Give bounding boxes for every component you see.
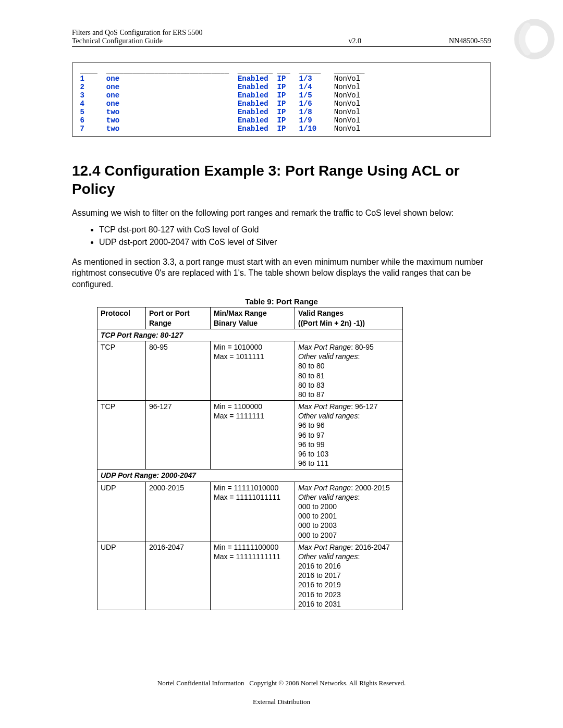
content-region: ____ ____________________________ ______… xyxy=(72,63,491,610)
cell-valid-ranges: Max Port Range: 80-95Other valid ranges:… xyxy=(295,341,403,400)
table-caption: Table 9: Port Range xyxy=(72,297,491,306)
cell-binary: Min = 11111100000Max = 11111111111 xyxy=(211,541,295,610)
header-title-2: Technical Configuration Guide xyxy=(72,37,302,45)
intro-paragraph: Assuming we wish to filter on the follow… xyxy=(72,207,491,219)
th-binary-2: Binary Value xyxy=(214,319,258,327)
cell-protocol: TCP xyxy=(97,341,146,400)
port-range-table: Protocol Port or Port Range Min/Max Rang… xyxy=(97,307,403,610)
th-valid: Valid Ranges ((Port Min + 2n) -1)) xyxy=(295,307,403,329)
cell-port-range: 2016-2047 xyxy=(146,541,211,610)
cell-valid-ranges: Max Port Range: 2000-2015Other valid ran… xyxy=(295,482,403,541)
header-line-2: Technical Configuration Guide v2.0 NN485… xyxy=(72,37,491,45)
table-wrap: Protocol Port or Port Range Min/Max Rang… xyxy=(72,307,491,610)
th-binary-1: Min/Max Range xyxy=(214,309,267,317)
cell-binary: Min = 1100000Max = 1111111 xyxy=(211,401,295,470)
cell-port-range: 80-95 xyxy=(146,341,211,400)
th-port-range: Port or Port Range xyxy=(146,307,211,329)
cell-protocol: UDP xyxy=(97,541,146,610)
table-row: TCP80-95Min = 1010000Max = 1011111Max Po… xyxy=(97,341,403,400)
nortel-logo-icon xyxy=(511,16,558,63)
cell-valid-ranges: Max Port Range: 96-127Other valid ranges… xyxy=(295,401,403,470)
page-header: Filters and QoS Configuration for ERS 55… xyxy=(72,29,491,47)
th-valid-1: Valid Ranges xyxy=(298,309,344,317)
page-footer: Nortel Confidential Information Copyrigh… xyxy=(72,679,491,706)
cell-binary: Min = 11111010000Max = 11111011111 xyxy=(211,482,295,541)
cell-protocol: TCP xyxy=(97,401,146,470)
th-binary: Min/Max Range Binary Value xyxy=(211,307,295,329)
footer-copyright: Nortel Confidential Information Copyrigh… xyxy=(72,679,491,687)
th-valid-2: ((Port Min + 2n) -1)) xyxy=(298,319,365,327)
table-section-header: UDP Port Range: 2000-2047 xyxy=(97,470,403,482)
table-row: UDP2000-2015Min = 11111010000Max = 11111… xyxy=(97,482,403,541)
cell-port-range: 96-127 xyxy=(146,401,211,470)
table-row: TCP96-127Min = 1100000Max = 1111111Max P… xyxy=(97,401,403,470)
page: Filters and QoS Configuration for ERS 55… xyxy=(0,0,563,728)
table-section-header-cell: TCP Port Range: 80-127 xyxy=(97,329,403,341)
bullet-list: TCP dst-port 80-127 with CoS level of Go… xyxy=(72,225,491,247)
bullet-item: UDP dst-port 2000-2047 with CoS level of… xyxy=(99,238,491,247)
table-row: UDP2016-2047Min = 11111100000Max = 11111… xyxy=(97,541,403,610)
header-line-1: Filters and QoS Configuration for ERS 55… xyxy=(72,29,491,37)
post-bullets-paragraph: As mentioned in section 3.3, a port rang… xyxy=(72,256,491,290)
table-section-header: TCP Port Range: 80-127 xyxy=(97,329,403,341)
cell-binary: Min = 1010000Max = 1011111 xyxy=(211,341,295,400)
header-version: v2.0 xyxy=(302,37,407,45)
header-docnum: NN48500-559 xyxy=(407,37,491,45)
bullet-item: TCP dst-port 80-127 with CoS level of Go… xyxy=(99,225,491,235)
cell-port-range: 2000-2015 xyxy=(146,482,211,541)
table-section-header-cell: UDP Port Range: 2000-2047 xyxy=(97,470,403,482)
footer-distribution: External Distribution xyxy=(72,698,491,706)
th-protocol: Protocol xyxy=(97,307,146,329)
svg-point-0 xyxy=(518,22,552,56)
terminal-output-box: ____ ____________________________ ______… xyxy=(72,63,491,137)
table-header-row: Protocol Port or Port Range Min/Max Rang… xyxy=(97,307,403,329)
cell-protocol: UDP xyxy=(97,482,146,541)
cell-valid-ranges: Max Port Range: 2016-2047Other valid ran… xyxy=(295,541,403,610)
header-title-1: Filters and QoS Configuration for ERS 55… xyxy=(72,29,491,37)
section-heading: 12.4 Configuration Example 3: Port Range… xyxy=(72,162,491,198)
